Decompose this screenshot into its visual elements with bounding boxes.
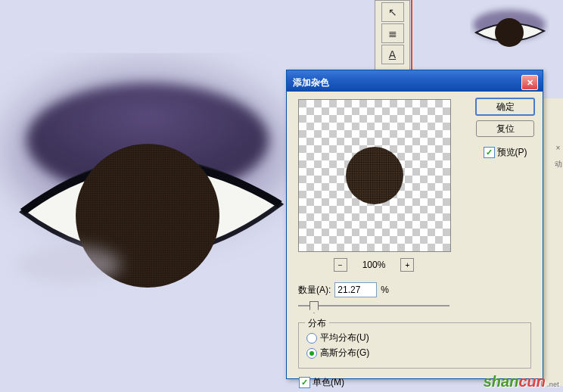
uniform-radio[interactable]	[306, 333, 317, 344]
amount-input[interactable]	[334, 282, 377, 297]
distribution-group-title: 分布	[305, 317, 329, 330]
zoom-percent: 100%	[362, 260, 386, 270]
dialog-title-text: 添加杂色	[293, 76, 329, 89]
tools-panel: ↖ ≣ A	[375, 0, 410, 75]
direct-select-tool-icon[interactable]: ↖	[381, 2, 404, 22]
zoom-out-button[interactable]: −	[334, 258, 347, 272]
panel-dock-indicator	[411, 0, 412, 70]
paragraph-tool-icon[interactable]: ≣	[381, 23, 404, 43]
gaussian-label: 高斯分布(G)	[320, 347, 369, 359]
preview-area	[298, 99, 451, 252]
amount-label: 数量(A):	[298, 284, 331, 297]
main-eye-artwork	[0, 53, 303, 325]
zoom-in-button[interactable]: +	[400, 258, 414, 272]
svg-point-8	[495, 18, 524, 47]
svg-point-6	[15, 246, 121, 284]
preview-checkbox[interactable]: ✓	[484, 147, 495, 158]
type-tool-icon[interactable]: A	[381, 45, 404, 64]
add-noise-dialog: 添加杂色 ✕ 确定 复位 ✓ 预览(P) − 100% + 数量(A): %	[286, 70, 543, 379]
slider-thumb[interactable]	[309, 301, 319, 313]
close-button[interactable]: ✕	[521, 75, 538, 90]
right-panel-strip	[541, 98, 563, 386]
watermark: shancun.net	[484, 373, 559, 390]
distribution-group: 分布 平均分布(U) 高斯分布(G)	[298, 322, 531, 369]
ok-button[interactable]: 确定	[475, 98, 535, 116]
collapsed-panel-tab[interactable]: × 动	[552, 144, 563, 154]
dialog-titlebar: 添加杂色 ✕	[287, 70, 543, 92]
amount-slider[interactable]	[298, 300, 449, 312]
navigator-thumbnail	[470, 4, 549, 57]
uniform-label: 平均分布(U)	[320, 331, 369, 344]
preview-content	[346, 147, 403, 204]
preview-label: 预览(P)	[497, 146, 527, 159]
monochrome-label: 单色(M)	[313, 376, 344, 389]
gaussian-radio[interactable]	[306, 348, 317, 359]
amount-unit: %	[381, 285, 389, 295]
reset-button[interactable]: 复位	[476, 120, 534, 137]
monochrome-checkbox[interactable]: ✓	[299, 377, 310, 388]
